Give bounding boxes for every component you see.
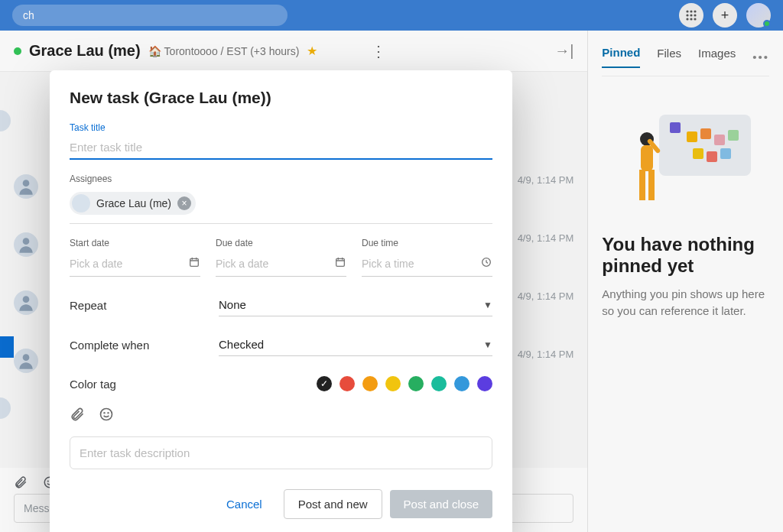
chevron-down-icon: ▼: [483, 300, 492, 310]
repeat-label: Repeat: [70, 299, 219, 312]
complete-when-value: Checked: [219, 338, 264, 351]
complete-when-select[interactable]: Checked ▼: [219, 333, 492, 356]
svg-point-29: [104, 413, 105, 414]
color-option[interactable]: [477, 376, 492, 391]
post-and-close-button[interactable]: Post and close: [390, 490, 492, 518]
due-date-label: Due date: [216, 238, 346, 248]
due-date-placeholder: Pick a date: [216, 258, 268, 270]
task-title-input[interactable]: [70, 136, 492, 160]
attachment-icon[interactable]: [70, 407, 85, 426]
color-option[interactable]: [408, 376, 424, 391]
emoji-icon[interactable]: [99, 407, 114, 426]
task-title-label: Task title: [70, 122, 492, 133]
svg-rect-25: [190, 258, 199, 266]
color-option[interactable]: [340, 376, 355, 391]
svg-point-30: [108, 413, 109, 414]
due-date-input[interactable]: Pick a date: [216, 251, 346, 277]
description-placeholder: Enter task description: [80, 446, 190, 459]
color-option[interactable]: [454, 376, 469, 391]
svg-rect-26: [336, 258, 345, 266]
due-time-placeholder: Pick a time: [362, 258, 414, 270]
assignee-name: Grace Lau (me): [96, 197, 171, 209]
task-description-input[interactable]: Enter task description: [70, 436, 492, 469]
due-time-label: Due time: [362, 238, 492, 248]
color-tag-label: Color tag: [70, 378, 219, 391]
chevron-down-icon: ▼: [483, 339, 492, 350]
repeat-value: None: [219, 298, 246, 311]
new-task-modal: New task (Grace Lau (me)) Task title Ass…: [50, 70, 512, 532]
modal-title: New task (Grace Lau (me)): [70, 89, 492, 107]
svg-point-28: [101, 409, 112, 420]
start-date-placeholder: Pick a date: [70, 258, 122, 270]
color-option[interactable]: [362, 376, 378, 391]
avatar: [72, 194, 90, 212]
post-and-new-button[interactable]: Post and new: [284, 489, 382, 519]
due-time-input[interactable]: Pick a time: [362, 251, 492, 277]
clock-icon: [480, 256, 492, 271]
complete-when-label: Complete when: [70, 339, 219, 352]
assignee-chip[interactable]: Grace Lau (me) ×: [70, 192, 196, 215]
color-option[interactable]: [385, 376, 401, 391]
remove-assignee-icon[interactable]: ×: [177, 196, 191, 210]
color-tag-options: ✓: [317, 376, 492, 391]
cancel-button[interactable]: Cancel: [213, 490, 276, 518]
calendar-icon: [188, 256, 200, 271]
assignees-label: Assignees: [70, 174, 492, 184]
repeat-select[interactable]: None ▼: [219, 294, 492, 316]
start-date-input[interactable]: Pick a date: [70, 251, 200, 277]
color-option[interactable]: [431, 376, 447, 391]
color-option[interactable]: ✓: [317, 376, 332, 391]
start-date-label: Start date: [70, 238, 200, 248]
calendar-icon: [334, 256, 346, 271]
